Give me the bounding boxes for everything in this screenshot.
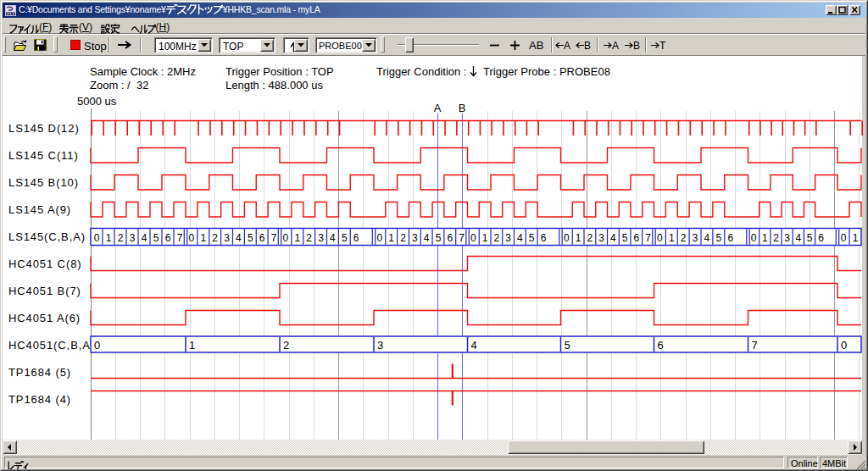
- svg-text:2: 2: [681, 232, 687, 244]
- svg-text:6: 6: [727, 232, 733, 244]
- svg-text:1: 1: [106, 232, 112, 244]
- svg-text:2: 2: [212, 232, 218, 244]
- svg-text:A: A: [434, 102, 442, 114]
- svg-text:2: 2: [400, 232, 406, 244]
- svg-text:3: 3: [693, 232, 698, 244]
- svg-text:2: 2: [283, 339, 289, 352]
- svg-text:4: 4: [704, 232, 710, 244]
- svg-text:3: 3: [224, 232, 230, 244]
- svg-text:2: 2: [587, 232, 593, 244]
- svg-text:6: 6: [447, 232, 453, 244]
- svg-text:0: 0: [470, 232, 476, 244]
- svg-text:2: 2: [494, 232, 500, 244]
- svg-text:6: 6: [353, 232, 359, 244]
- svg-text:5: 5: [622, 232, 628, 244]
- svg-text:0: 0: [657, 232, 663, 244]
- svg-text:1: 1: [482, 232, 488, 244]
- svg-text:0: 0: [377, 232, 383, 244]
- svg-text:0: 0: [841, 339, 847, 352]
- svg-text:1: 1: [200, 232, 206, 244]
- svg-text:7: 7: [645, 232, 651, 244]
- svg-text:4: 4: [610, 232, 616, 244]
- svg-text:3: 3: [318, 232, 324, 244]
- svg-text:5: 5: [342, 232, 348, 244]
- svg-text:7: 7: [459, 232, 465, 244]
- svg-text:5: 5: [715, 232, 721, 244]
- svg-text:4: 4: [517, 232, 523, 244]
- svg-text:5: 5: [248, 232, 253, 244]
- svg-text:5: 5: [807, 232, 813, 244]
- svg-text:1: 1: [388, 232, 394, 244]
- svg-text:2: 2: [306, 232, 312, 244]
- svg-text:5: 5: [529, 232, 535, 244]
- svg-text:4: 4: [142, 232, 147, 244]
- svg-text:5: 5: [436, 232, 442, 244]
- svg-text:3: 3: [130, 232, 136, 244]
- svg-text:1: 1: [853, 232, 859, 244]
- svg-text:0: 0: [189, 232, 195, 244]
- svg-text:4: 4: [424, 232, 430, 244]
- svg-text:3: 3: [412, 232, 418, 244]
- svg-text:1: 1: [189, 339, 195, 352]
- svg-text:5: 5: [153, 232, 159, 244]
- svg-text:1: 1: [669, 232, 675, 244]
- svg-text:6: 6: [259, 232, 265, 244]
- svg-text:2: 2: [118, 232, 124, 244]
- svg-text:6: 6: [634, 232, 640, 244]
- svg-text:3: 3: [598, 232, 604, 244]
- svg-text:1: 1: [762, 232, 768, 244]
- svg-text:5: 5: [565, 339, 570, 352]
- svg-text:6: 6: [658, 339, 664, 352]
- svg-text:1: 1: [294, 232, 300, 244]
- svg-text:3: 3: [377, 339, 383, 352]
- svg-text:3: 3: [784, 232, 790, 244]
- svg-text:0: 0: [841, 232, 847, 244]
- svg-text:0: 0: [94, 232, 100, 244]
- svg-text:6: 6: [541, 232, 547, 244]
- svg-text:6: 6: [818, 232, 824, 244]
- svg-text:4: 4: [330, 232, 336, 244]
- svg-text:0: 0: [564, 232, 570, 244]
- svg-text:7: 7: [177, 232, 183, 244]
- svg-text:4: 4: [795, 232, 801, 244]
- svg-text:0: 0: [751, 232, 757, 244]
- svg-text:6: 6: [165, 232, 171, 244]
- svg-text:3: 3: [505, 232, 511, 244]
- svg-text:7: 7: [752, 339, 758, 352]
- svg-text:0: 0: [283, 232, 289, 244]
- svg-text:1: 1: [576, 232, 581, 244]
- svg-text:0: 0: [94, 339, 100, 352]
- svg-text:4: 4: [471, 339, 477, 352]
- svg-text:4: 4: [236, 232, 242, 244]
- svg-text:7: 7: [271, 232, 277, 244]
- svg-text:B: B: [459, 102, 466, 114]
- svg-text:2: 2: [773, 232, 779, 244]
